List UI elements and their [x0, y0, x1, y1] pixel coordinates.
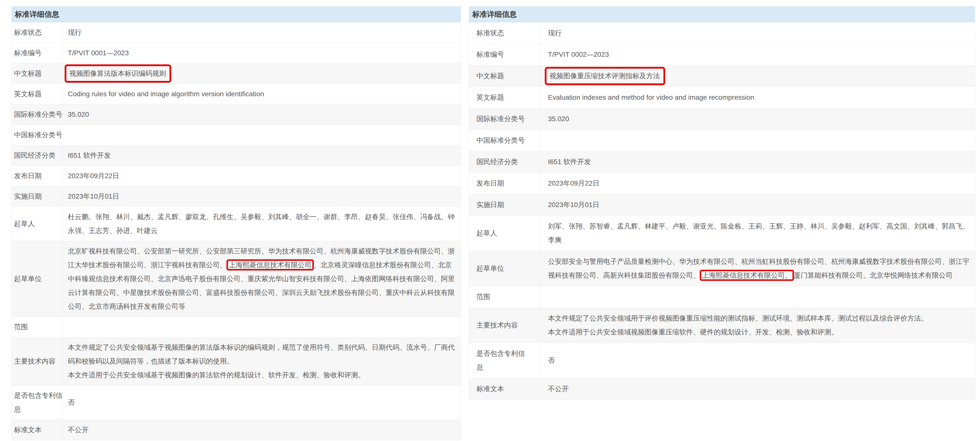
table-row: 国际标准分类号 35.020 [469, 108, 975, 130]
row-label: 发布日期 [469, 173, 539, 194]
value-fragment: I651 软件开发 [68, 151, 111, 159]
highlight-box: 视频图像算法版本标识编码规则 [65, 64, 171, 83]
table-row: 主要技术内容 本文件规定了公共安全领域用于评价视频图像重压缩性能的测试指标、测试… [469, 307, 975, 343]
value-text: Coding rules for video and image algorit… [68, 87, 456, 101]
row-label-text: 英文标题 [476, 91, 504, 104]
row-value: Coding rules for video and image algorit… [63, 84, 461, 104]
value-text: T/PVIT 0001—2023 [68, 46, 456, 60]
table-row: 标准编号 T/PVIT 0002—2023 [469, 44, 975, 65]
table-row: 起草人 杜云鹏、张翔、林川、戴杰、孟凡辉、廖双龙、孔维生、吴参毅、刘其峰、胡全一… [11, 207, 461, 241]
row-label-text: 实施日期 [14, 189, 42, 203]
value-text: 2023年10月01日 [548, 198, 970, 212]
table-row: 范围 [11, 317, 461, 337]
value-text [548, 290, 970, 304]
row-value: 2023年09月22日 [63, 166, 461, 186]
row-label-text: 国民经济分类 [476, 155, 518, 169]
value-fragment: 厦门算能科技有限公司、北京华悦网络技术有限公司 [794, 271, 953, 279]
row-label-text: 标准编号 [14, 46, 42, 60]
row-value: 否 [63, 385, 461, 420]
standard-detail-table-right: 标准详细信息 标准状态 现行 标准编号 T/PVIT 0002—2023 中文标… [469, 6, 975, 400]
row-value [63, 125, 461, 145]
value-fragment: 杜云鹏、张翔、林川、戴杰、孟凡辉、廖双龙、孔维生、吴参毅、刘其峰、胡全一、谢群、… [68, 213, 455, 234]
row-label-text: 范围 [476, 290, 490, 304]
row-value: 杜云鹏、张翔、林川、戴杰、孟凡辉、廖双龙、孔维生、吴参毅、刘其峰、胡全一、谢群、… [63, 207, 461, 241]
row-label-text: 范围 [14, 320, 28, 334]
row-label: 主要技术内容 [11, 338, 63, 385]
table-row: 发布日期 2023年09月22日 [469, 172, 975, 194]
row-label: 英文标题 [469, 87, 539, 108]
row-value: Evaluation indexes and method for video … [539, 87, 975, 108]
row-label: 起草人 [469, 216, 539, 251]
row-label-text: 起草人 [14, 217, 35, 231]
value-fragment: 2023年10月01日 [548, 201, 600, 209]
table-row: 起草人 刘军、张翔、苏智睿、孟凡辉、林建平、卢毅、谢亚光、陈金栋、王莉、王辉、王… [469, 215, 975, 251]
row-value: 现行 [63, 22, 461, 43]
value-text: 2023年10月01日 [68, 189, 456, 203]
value-fragment: 否 [548, 357, 555, 364]
highlight-box: 上海熙菱信息技术有限公司 [226, 260, 314, 271]
row-label-text: 标准状态 [476, 26, 504, 40]
value-paragraph: 本文件规定了公共安全领域基于视频图像的算法版本标识的编码规则，规范了使用符号、类… [68, 341, 456, 368]
row-value [539, 130, 975, 151]
row-label: 范围 [469, 286, 539, 307]
value-text: 杜云鹏、张翔、林川、戴杰、孟凡辉、廖双龙、孔维生、吴参毅、刘其峰、胡全一、谢群、… [68, 210, 456, 238]
row-label: 标准文本 [469, 378, 539, 400]
row-value: 2023年10月01日 [63, 186, 461, 207]
table-row: 国际标准分类号 35.020 [11, 104, 461, 125]
row-label-text: 国际标准分类号 [476, 112, 525, 126]
value-text: 现行 [548, 26, 970, 40]
table-row: 发布日期 2023年09月22日 [11, 166, 461, 186]
row-label-text: 中国标准分类号 [14, 128, 62, 142]
value-text: 公安部安全与警用电子产品质量检测中心、华为技术有限公司、杭州当虹科技股份有限公司… [548, 255, 970, 282]
row-label: 主要技术内容 [469, 308, 539, 343]
value-text [68, 128, 456, 142]
value-text: 现行 [68, 25, 456, 40]
value-text: 2023年09月22日 [548, 177, 970, 190]
value-text: 不公开 [548, 382, 970, 396]
table-row: 是否包含专利信息 否 [469, 343, 975, 378]
value-text: 35.020 [68, 108, 456, 121]
row-value: 刘军、张翔、苏智睿、孟凡辉、林建平、卢毅、谢亚光、陈金栋、王莉、王辉、王静、林川… [539, 216, 975, 251]
row-label-text: 是否包含专利信息 [14, 389, 63, 416]
value-text: 否 [548, 353, 970, 368]
value-fragment: T/PVIT 0002—2023 [548, 51, 609, 58]
table-row: 实施日期 2023年10月01日 [469, 194, 975, 215]
row-value [539, 286, 975, 307]
value-text: 35.020 [548, 112, 970, 126]
row-value: 本文件规定了公共安全领域用于评价视频图像重压缩性能的测试指标、测试环境、测试样本… [539, 308, 975, 343]
row-label: 国民经济分类 [11, 145, 63, 166]
table-row: 国民经济分类 I651 软件开发 [469, 151, 975, 172]
row-label: 中文标题 [469, 65, 539, 87]
value-fragment: 2023年10月01日 [68, 193, 119, 200]
row-value: 公安部安全与警用电子产品质量检测中心、华为技术有限公司、杭州当虹科技股份有限公司… [539, 251, 975, 286]
table-row: 是否包含专利信息 否 [11, 385, 461, 420]
value-text: 不公开 [68, 423, 456, 437]
value-fragment: 2023年09月22日 [68, 172, 119, 180]
value-paragraph: 本文件适用于公共安全领域视频图像重压缩软件、硬件的规划设计、开发、检测、验收和评… [548, 325, 970, 339]
value-paragraph: 本文件规定了公共安全领域用于评价视频图像重压缩性能的测试指标、测试环境、测试样本… [548, 311, 970, 325]
row-label: 标准编号 [11, 43, 63, 63]
table-rows: 标准状态 现行 标准编号 T/PVIT 0002—2023 中文标题 视频图像重… [469, 22, 975, 400]
table-title: 标准详细信息 [469, 6, 975, 22]
table-row: 中国标准分类号 [469, 130, 975, 151]
row-label-text: 标准文本 [14, 423, 42, 437]
value-text: 视频图像重压缩技术评测指标及方法 [548, 69, 970, 83]
value-text: 北京旷视科技有限公司、公安部第一研究所、公安部第三研究所、华为技术有限公司、杭州… [68, 244, 456, 314]
row-label-text: 是否包含专利信息 [476, 347, 528, 374]
row-label: 标准编号 [469, 44, 539, 65]
highlight-box: 上海熙菱信息技术有限公司、 [700, 270, 794, 281]
table-row: 英文标题 Coding rules for video and image al… [11, 84, 461, 104]
row-label-text: 起草单位 [14, 272, 42, 286]
value-text: 2023年09月22日 [68, 169, 456, 183]
row-value: 不公开 [539, 378, 975, 400]
row-value: 不公开 [63, 420, 461, 440]
row-label-text: 主要技术内容 [476, 318, 518, 332]
table-row: 标准文本 不公开 [11, 420, 461, 440]
table-row: 标准状态 现行 [11, 22, 461, 43]
row-label-text: 起草单位 [476, 261, 504, 275]
row-label-text: 中文标题 [476, 69, 504, 83]
value-fragment: 现行 [548, 29, 562, 37]
row-label: 标准文本 [11, 420, 63, 440]
value-fragment: 35.020 [548, 115, 569, 123]
row-label: 国民经济分类 [469, 151, 539, 172]
